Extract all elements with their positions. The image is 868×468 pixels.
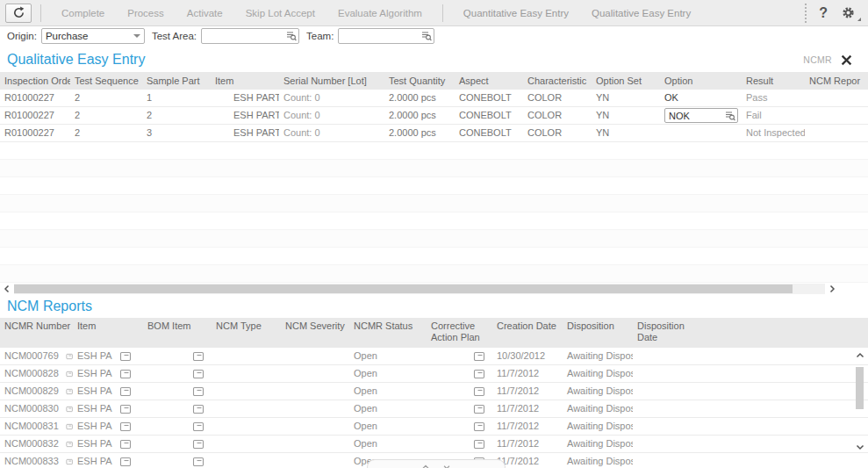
origin-select[interactable]: Purchase: [41, 28, 145, 44]
document-preview-icon[interactable]: [66, 403, 73, 415]
complete-button[interactable]: Complete: [50, 1, 116, 25]
qee-col-option[interactable]: Option: [660, 72, 742, 90]
scroll-up-button[interactable]: [854, 349, 866, 362]
vscroll-thumb[interactable]: [856, 367, 864, 409]
cell-test-sequence: 2: [70, 90, 142, 106]
cell-creation-date: 11/7/2012: [492, 365, 563, 382]
ncm-col-disposition-date[interactable]: Disposition Date: [633, 318, 701, 348]
ncm-col-creation-date[interactable]: Creation Date: [492, 318, 563, 348]
ncm-table-row[interactable]: NCM000829 ESH PA Open 11/7/2012 Awaiting: [0, 383, 868, 400]
process-button[interactable]: Process: [116, 1, 176, 25]
ncm-col-bom-item[interactable]: BOM Item: [143, 318, 212, 348]
qee-col-ncm-report[interactable]: NCM Repor: [805, 72, 868, 90]
ncm-col-disposition[interactable]: Disposition: [563, 318, 633, 348]
test-area-label: Test Area:: [152, 31, 197, 41]
document-preview-icon[interactable]: [192, 350, 204, 363]
scroll-down-button[interactable]: [854, 441, 866, 453]
document-preview-icon[interactable]: [119, 368, 132, 380]
value-help-icon[interactable]: [420, 30, 432, 41]
option-input-box[interactable]: [664, 108, 738, 123]
scroll-left-button[interactable]: [0, 283, 14, 295]
document-preview-icon[interactable]: [473, 421, 485, 433]
ncm-col-ncmr-status[interactable]: NCMR Status: [349, 318, 427, 348]
document-preview-icon[interactable]: [66, 350, 73, 363]
qee-table-header: Inspection Order Test Sequence Sample Pa…: [0, 72, 868, 90]
refresh-button[interactable]: [5, 4, 32, 23]
qee-col-sample-part[interactable]: Sample Part: [142, 72, 211, 90]
document-preview-icon[interactable]: [192, 385, 204, 398]
document-preview-icon[interactable]: [192, 368, 204, 380]
qualitative-easy-entry-button[interactable]: Qualitative Easy Entry: [580, 1, 702, 25]
qee-table-row[interactable]: R01000227 2 3 ESH PARTS Count: 0 2.0000 …: [0, 125, 868, 142]
document-preview-icon[interactable]: [119, 421, 132, 433]
qee-col-characteristic[interactable]: Characteristic: [523, 72, 592, 90]
document-preview-icon[interactable]: [473, 438, 485, 450]
document-preview-icon[interactable]: [473, 368, 485, 380]
cell-item: ESH PA: [73, 400, 143, 417]
document-preview-icon[interactable]: [66, 385, 73, 398]
document-preview-icon[interactable]: [192, 456, 204, 468]
qee-empty-rows: [0, 142, 868, 283]
value-help-icon[interactable]: [285, 30, 297, 41]
skip-lot-accept-button[interactable]: Skip Lot Accept: [234, 1, 326, 25]
ncm-table-row[interactable]: NCM000828 ESH PA Open 11/7/2012 Awaiting: [0, 365, 868, 383]
cell-aspect: CONEBOLT: [455, 90, 523, 106]
chevron-down-icon: [133, 34, 140, 38]
cell-result: Not Inspected: [742, 125, 805, 141]
cell-disposition: Awaiting Dispositi: [563, 365, 633, 382]
qee-col-result[interactable]: Result: [742, 72, 805, 90]
qee-col-serial-number[interactable]: Serial Number [Lot]: [279, 72, 384, 90]
qee-col-test-sequence[interactable]: Test Sequence: [70, 72, 142, 90]
qee-col-option-set[interactable]: Option Set: [592, 72, 660, 90]
document-preview-icon[interactable]: [473, 385, 485, 398]
ncm-table-row[interactable]: NCM000831 ESH PA Open 11/7/2012 Awaiting: [0, 418, 868, 436]
activate-button[interactable]: Activate: [176, 1, 234, 25]
document-preview-icon[interactable]: [192, 403, 204, 415]
document-preview-icon[interactable]: [119, 385, 132, 398]
document-preview-icon[interactable]: [119, 438, 132, 450]
help-button[interactable]: ?: [819, 5, 828, 21]
qee-table-row[interactable]: R01000227 2 2 ESH PARTS Count: 0 2.0000 …: [0, 107, 868, 125]
qee-col-inspection-order[interactable]: Inspection Order: [0, 72, 70, 90]
document-preview-icon[interactable]: [119, 403, 132, 415]
qee-col-test-quantity[interactable]: Test Quantity: [384, 72, 455, 90]
ncm-table-row[interactable]: NCM000832 ESH PA Open 11/7/2012 Awaiting: [0, 436, 868, 453]
ncm-col-item[interactable]: Item: [73, 318, 143, 348]
document-preview-icon[interactable]: [192, 438, 204, 450]
document-preview-icon[interactable]: [473, 350, 485, 363]
qee-col-item[interactable]: Item: [211, 72, 279, 90]
document-preview-icon[interactable]: [119, 456, 132, 468]
hscroll-thumb[interactable]: [14, 284, 793, 293]
document-preview-icon[interactable]: [119, 350, 132, 363]
document-preview-icon[interactable]: [66, 368, 73, 380]
option-input[interactable]: [669, 110, 724, 122]
document-preview-icon[interactable]: [192, 421, 204, 433]
team-label: Team:: [306, 31, 334, 41]
settings-button[interactable]: [842, 6, 857, 20]
document-preview-icon[interactable]: [473, 403, 485, 415]
document-preview-icon[interactable]: [66, 438, 73, 450]
drag-handle-icon[interactable]: [805, 4, 807, 23]
document-preview-icon[interactable]: [66, 421, 73, 433]
ncm-col-corrective-action-plan[interactable]: Corrective Action Plan: [427, 318, 492, 348]
value-help-icon[interactable]: [724, 110, 735, 121]
ncm-col-ncm-type[interactable]: NCM Type: [212, 318, 281, 348]
scroll-right-button[interactable]: [825, 283, 839, 295]
hscroll-track[interactable]: [14, 284, 825, 294]
quantitative-easy-entry-button[interactable]: Quantitative Easy Entry: [452, 1, 580, 25]
pane-splitter-handle[interactable]: [367, 459, 506, 468]
ncm-col-ncm-severity[interactable]: NCM Severity: [281, 318, 349, 348]
cell-test-quantity: 2.0000 pcs: [384, 107, 455, 124]
ncm-table-row[interactable]: NCM000769 ESH PA Open 10/30/2012 Awaitin…: [0, 348, 868, 365]
cell-result: Pass: [742, 90, 805, 106]
qee-table-row[interactable]: R01000227 2 1 ESH PARTS Count: 0 2.0000 …: [0, 90, 868, 107]
cell-disposition: Awaiting Dispositi: [563, 348, 633, 364]
close-icon[interactable]: [841, 54, 852, 66]
evaluate-algorithm-button[interactable]: Evaluate Algorithm: [326, 1, 434, 25]
qee-table-body: R01000227 2 1 ESH PARTS Count: 0 2.0000 …: [0, 90, 868, 142]
document-preview-icon[interactable]: [66, 456, 73, 468]
qee-col-aspect[interactable]: Aspect: [455, 72, 523, 90]
ncm-col-ncmr-number[interactable]: NCMR Number: [0, 318, 73, 348]
vscroll-track[interactable]: [854, 362, 866, 441]
ncm-table-row[interactable]: NCM000830 ESH PA Open 11/7/2012 Awaiting: [0, 400, 868, 418]
